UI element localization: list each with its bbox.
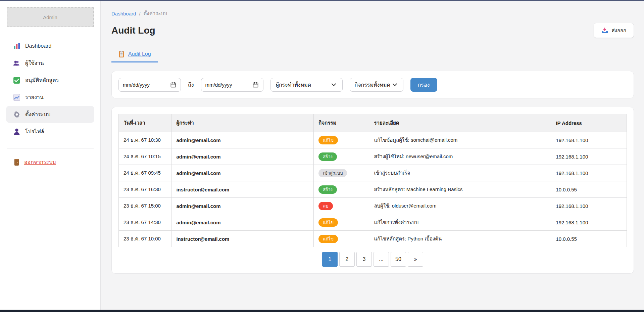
action-badge: แก้ไข [318, 136, 338, 144]
activity-filter-select[interactable]: กิจกรรมทั้งหมด [350, 78, 403, 92]
action-cell: แก้ไข [314, 231, 369, 247]
ip-cell: 192.168.1.100 [551, 132, 627, 148]
actor-cell: admin@email.com [171, 148, 314, 165]
date-range-to-label: ถึง [188, 81, 194, 89]
filter-panel: mm/dd/yyyy ถึง mm/dd/yyyy ผู้กระทำทั้งหม… [111, 71, 634, 98]
action-badge: เข้าสู่ระบบ [318, 169, 347, 177]
detail-cell: แก้ไขหลักสูตร: Python เบื้องต้น [369, 231, 551, 247]
actor-cell: instructor@email.com [171, 181, 314, 198]
table-row: 23 ธ.ค. 67 14:30admin@email.comแก้ไขแก้ไ… [119, 214, 627, 231]
logout-link[interactable]: ออกจากระบบ [0, 158, 100, 166]
table-row: 24 ธ.ค. 67 09:45admin@email.comเข้าสู่ระ… [119, 165, 627, 181]
datetime-cell: 23 ธ.ค. 67 14:30 [119, 214, 171, 231]
export-tray-icon [601, 27, 608, 34]
column-header: กิจกรรม [314, 114, 369, 132]
datetime-cell: 24 ธ.ค. 67 10:30 [119, 132, 171, 148]
column-header: IP Address [551, 114, 627, 132]
breadcrumb-separator: / [139, 11, 140, 16]
action-cell: สร้าง [314, 148, 369, 165]
sidebar-item-label: Dashboard [25, 43, 51, 49]
audit-table: วันที่-เวลาผู้กระทำกิจกรรมรายละเอียดIP A… [118, 114, 627, 247]
filter-button[interactable]: กรอง [410, 78, 437, 92]
calendar-icon[interactable] [252, 81, 259, 88]
table-row: 23 ธ.ค. 67 10:00instructor@email.comแก้ไ… [119, 231, 627, 247]
date-to-value: mm/dd/yyyy [205, 82, 232, 88]
pagination: 123...50» [118, 252, 627, 267]
actor-cell: admin@email.com [171, 214, 314, 231]
next-page-button[interactable]: » [408, 252, 423, 267]
tab-bar: Audit Log [111, 47, 634, 62]
ip-cell: 192.168.1.100 [551, 198, 627, 214]
actor-cell: admin@email.com [171, 198, 314, 214]
users-icon [13, 60, 20, 66]
breadcrumb-home-link[interactable]: Dashboard [111, 11, 136, 16]
column-header: วันที่-เวลา [119, 114, 171, 132]
approve-icon [13, 77, 20, 84]
sidebar-divider [7, 148, 94, 148]
detail-cell: สร้างผู้ใช้ใหม่: newuser@email.com [369, 148, 551, 165]
export-button-label: ส่งออก [611, 27, 626, 35]
page-title: Audit Log [111, 25, 155, 36]
sidebar-item-label: ตั้งค่าระบบ [25, 110, 50, 119]
column-header: ผู้กระทำ [171, 114, 314, 132]
tab-audit-log-label: Audit Log [128, 51, 151, 57]
datetime-cell: 23 ธ.ค. 67 16:30 [119, 181, 171, 198]
tab-audit-log[interactable]: Audit Log [111, 47, 158, 62]
page-button-2[interactable]: 2 [339, 252, 355, 267]
date-from-value: mm/dd/yyyy [123, 82, 150, 88]
sidebar-item-label: อนุมัติหลักสูตร [25, 76, 59, 84]
chevron-down-icon [392, 81, 398, 88]
main-content: Dashboard / ตั้งค่าระบบ Audit Log ส่งออก… [101, 1, 644, 310]
sidebar-item-reports[interactable]: รายงาน [0, 89, 100, 106]
sidebar-item-settings[interactable]: ตั้งค่าระบบ [6, 106, 94, 123]
page-button-50[interactable]: 50 [391, 252, 406, 267]
action-cell: เข้าสู่ระบบ [314, 165, 369, 181]
profile-icon [13, 128, 20, 135]
calendar-icon[interactable] [170, 81, 177, 88]
sidebar-item-label: รายงาน [25, 93, 44, 101]
bottom-accent-bar [0, 310, 644, 312]
title-row: Audit Log ส่งออก [111, 23, 634, 38]
sidebar-item-users[interactable]: ผู้ใช้งาน [0, 54, 100, 72]
detail-cell: เข้าสู่ระบบสำเร็จ [369, 165, 551, 181]
action-cell: ลบ [314, 198, 369, 214]
chevron-down-icon [331, 81, 337, 88]
datetime-cell: 23 ธ.ค. 67 15:00 [119, 198, 171, 214]
action-cell: แก้ไข [314, 214, 369, 231]
breadcrumb-current: ตั้งค่าระบบ [144, 9, 167, 17]
date-to-input[interactable]: mm/dd/yyyy [201, 78, 263, 92]
page-button-...[interactable]: ... [374, 252, 389, 267]
activity-filter-value: กิจกรรมทั้งหมด [355, 81, 390, 89]
actor-filter-select[interactable]: ผู้กระทำทั้งหมด [270, 78, 343, 92]
detail-cell: สร้างหลักสูตร: Machine Learning Basics [369, 181, 551, 198]
detail-cell: ลบผู้ใช้: olduser@email.com [369, 198, 551, 214]
actor-filter-value: ผู้กระทำทั้งหมด [276, 81, 311, 89]
settings-icon [13, 111, 20, 118]
table-body: 24 ธ.ค. 67 10:30admin@email.comแก้ไขแก้ไ… [119, 132, 627, 247]
action-badge: สร้าง [318, 185, 337, 194]
ip-cell: 10.0.0.55 [551, 181, 627, 198]
clipboard-icon [118, 51, 125, 57]
ip-cell: 192.168.1.100 [551, 165, 627, 181]
action-badge: ลบ [318, 202, 333, 210]
action-cell: แก้ไข [314, 132, 369, 148]
table-row: 23 ธ.ค. 67 15:00admin@email.comลบลบผู้ใช… [119, 198, 627, 214]
ip-cell: 10.0.0.55 [551, 231, 627, 247]
sidebar-item-profile[interactable]: โปรไฟล์ [0, 123, 100, 140]
brand-logo-placeholder: Admin [7, 7, 94, 27]
page-button-3[interactable]: 3 [356, 252, 372, 267]
dashboard-icon [13, 43, 20, 49]
logout-label: ออกจากระบบ [24, 158, 56, 166]
action-badge: แก้ไข [318, 235, 338, 243]
export-button[interactable]: ส่งออก [594, 23, 634, 38]
sidebar-item-dashboard[interactable]: Dashboard [0, 37, 100, 54]
sidebar-item-approve-courses[interactable]: อนุมัติหลักสูตร [0, 72, 100, 89]
ip-cell: 192.168.1.100 [551, 214, 627, 231]
detail-cell: แก้ไขการตั้งค่าระบบ [369, 214, 551, 231]
date-from-input[interactable]: mm/dd/yyyy [118, 78, 181, 92]
page-button-1[interactable]: 1 [322, 252, 338, 267]
sidebar-item-label: ผู้ใช้งาน [25, 59, 44, 67]
detail-cell: แก้ไขข้อมูลผู้ใช้: somchai@email.com [369, 132, 551, 148]
datetime-cell: 24 ธ.ค. 67 09:45 [119, 165, 171, 181]
audit-table-card: วันที่-เวลาผู้กระทำกิจกรรมรายละเอียดIP A… [111, 107, 634, 274]
